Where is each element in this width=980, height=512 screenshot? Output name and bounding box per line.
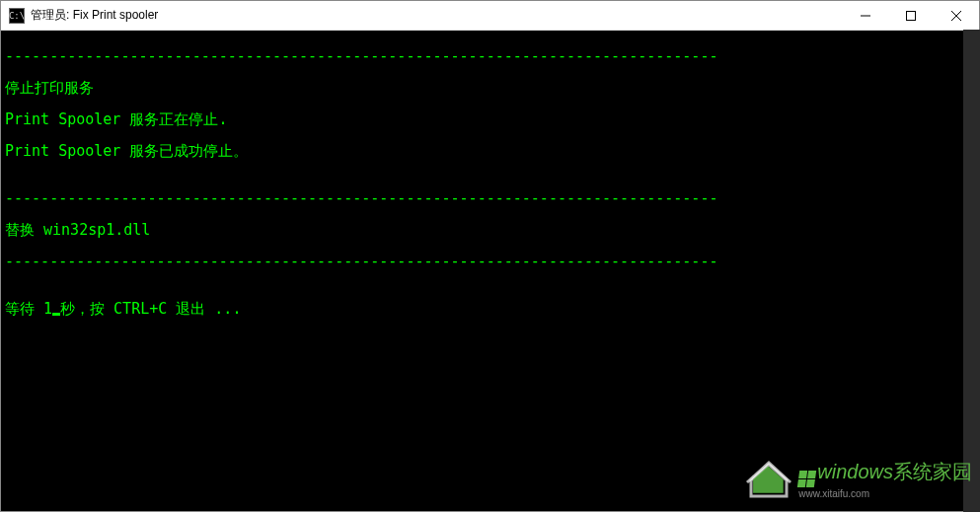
cursor-icon [52,313,60,316]
output-line: 等待 1秒，按 CTRL+C 退出 ... [5,301,975,317]
close-button[interactable] [934,1,979,30]
output-line: Print Spooler 服务正在停止. [5,111,975,127]
watermark: windows 系统家园 www.xitaifu.com [745,455,972,506]
watermark-url: www.xitaifu.com [798,489,972,499]
divider-line: ----------------------------------------… [5,190,975,206]
divider-line: ----------------------------------------… [5,48,975,64]
watermark-win: windows [817,462,893,481]
watermark-text: windows 系统家园 www.xitaifu.com [798,462,972,499]
vertical-scrollbar[interactable] [963,30,980,512]
window-title: 管理员: Fix Print spooler [31,7,843,24]
minimize-button[interactable] [843,1,888,30]
console-window: C:\ 管理员: Fix Print spooler -------------… [0,0,980,512]
output-line: 替换 win32sp1.dll [5,222,975,238]
maximize-button[interactable] [888,1,934,30]
house-icon [745,455,792,506]
divider-line: ----------------------------------------… [5,254,975,269]
windows-flag-icon [797,471,816,487]
terminal-output[interactable]: ----------------------------------------… [1,31,979,511]
titlebar[interactable]: C:\ 管理员: Fix Print spooler [1,1,979,31]
watermark-suffix: 系统家园 [893,462,972,481]
output-line: Print Spooler 服务已成功停止。 [5,143,975,159]
output-line: 停止打印服务 [5,80,975,96]
window-controls [843,1,979,30]
watermark-brand: windows 系统家园 [798,462,972,487]
svg-rect-1 [907,11,916,20]
cmd-icon: C:\ [9,8,25,24]
